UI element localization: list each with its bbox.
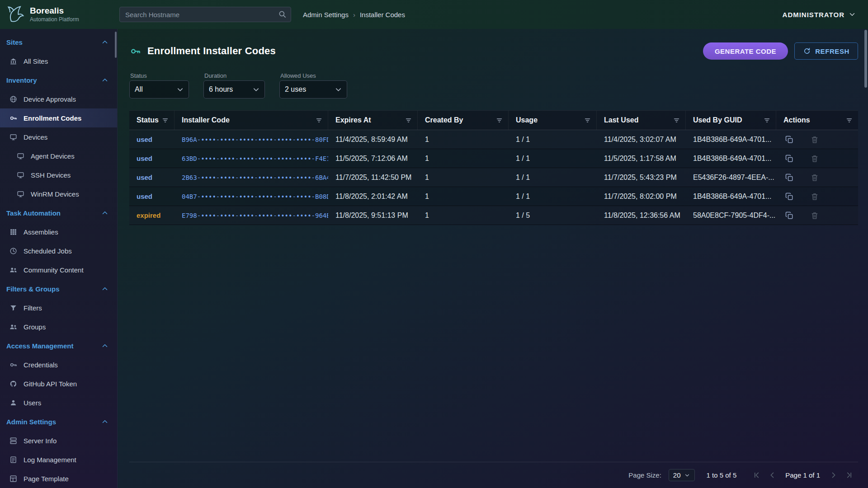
sidebar-item-page-template[interactable]: Page Template	[0, 469, 117, 488]
sidebar-item-scheduled-jobs[interactable]: Scheduled Jobs	[0, 241, 117, 260]
table-row[interactable]: used 04B7-••••-••••-••••-••••-••••-••••-…	[129, 187, 858, 206]
col-actions: Actions	[783, 116, 810, 124]
sidebar-item-assemblies[interactable]: Assemblies	[0, 222, 117, 241]
last-used: 11/7/2025, 5:43:23 PM	[597, 174, 686, 182]
trash-icon	[810, 211, 819, 220]
expires-at: 11/4/2025, 8:59:49 AM	[328, 136, 418, 144]
table-row[interactable]: used 2B63-••••-••••-••••-••••-••••-••••-…	[129, 168, 858, 187]
col-used-by-guid: Used By GUID	[693, 116, 742, 124]
sidebar-section-inventory[interactable]: Inventory	[0, 70, 117, 89]
search-input[interactable]	[119, 7, 291, 22]
brand-subtitle: Automation Platform	[30, 16, 79, 23]
table-row[interactable]: used 63BD-••••-••••-••••-••••-••••-••••-…	[129, 149, 858, 168]
prev-page-button[interactable]	[765, 469, 779, 482]
sidebar-item-server-info[interactable]: Server Info	[0, 431, 117, 450]
sidebar-item-devices[interactable]: Devices	[0, 127, 117, 146]
filter-icon[interactable]	[761, 115, 772, 126]
filter-icon[interactable]	[582, 115, 593, 126]
copy-code-button[interactable]	[783, 134, 795, 145]
sidebar-item-label: All Sites	[24, 57, 48, 65]
next-page-button[interactable]	[826, 469, 840, 482]
copy-code-button[interactable]	[783, 191, 795, 202]
allowed-uses-filter-select[interactable]: 2 uses	[279, 80, 347, 99]
last-used: 11/8/2025, 12:36:56 AM	[597, 211, 686, 220]
sidebar-item-ssh-devices[interactable]: SSH Devices	[0, 165, 117, 184]
filter-icon[interactable]	[160, 115, 170, 126]
sidebar-section-task-automation[interactable]: Task Automation	[0, 203, 117, 222]
next-page-icon	[829, 471, 838, 479]
copy-code-button[interactable]	[783, 153, 795, 164]
filter-icon[interactable]	[844, 115, 854, 126]
sidebar-item-label: GitHub API Token	[24, 380, 77, 388]
sidebar-item-enrollment-codes[interactable]: Enrollment Codes	[0, 108, 117, 127]
monitor-icon	[9, 133, 18, 141]
sidebar-item-github-api-token[interactable]: GitHub API Token	[0, 374, 117, 393]
person-icon	[9, 399, 18, 407]
copy-code-button[interactable]	[783, 210, 795, 221]
sidebar-item-agent-devices[interactable]: Agent Devices	[0, 146, 117, 165]
sidebar-item-label: SSH Devices	[31, 171, 71, 179]
created-by: 1	[418, 211, 509, 220]
sidebar-item-all-sites[interactable]: All Sites	[0, 52, 117, 70]
first-page-button[interactable]	[750, 469, 764, 482]
status-badge: used	[137, 155, 152, 162]
table-row[interactable]: expired E798-••••-••••-••••-••••-••••-••…	[129, 206, 858, 225]
breadcrumb-admin-settings[interactable]: Admin Settings	[303, 11, 349, 19]
sidebar-item-filters[interactable]: Filters	[0, 298, 117, 317]
sidebar-item-groups[interactable]: Groups	[0, 317, 117, 336]
delete-code-button[interactable]	[809, 210, 821, 221]
delete-code-button[interactable]	[809, 153, 821, 164]
search-icon	[278, 10, 287, 19]
last-page-button[interactable]	[842, 469, 855, 482]
sidebar-item-device-approvals[interactable]: Device Approvals	[0, 89, 117, 108]
table-row[interactable]: used B96A-••••-••••-••••-••••-••••-••••-…	[129, 130, 858, 149]
brand: Borealis Automation Platform	[0, 5, 118, 24]
allowed-uses-filter-label: Allowed Uses	[280, 72, 347, 79]
monitor-icon	[16, 171, 25, 179]
sidebar-item-label: Log Management	[24, 456, 76, 464]
sidebar-section-admin-settings[interactable]: Admin Settings	[0, 412, 117, 431]
sidebar-section-sites[interactable]: Sites	[0, 33, 117, 52]
sidebar-section-filters-groups[interactable]: Filters & Groups	[0, 279, 117, 298]
copy-icon	[785, 173, 794, 182]
section-label: Inventory	[6, 76, 37, 84]
github-icon	[9, 380, 18, 388]
sidebar-item-winrm-devices[interactable]: WinRM Devices	[0, 184, 117, 203]
generate-code-button[interactable]: GENERATE CODE	[703, 42, 788, 60]
table-footer: Page Size: 20 1 to 5 of 5 Page 1 of 1	[129, 462, 858, 488]
server-icon	[9, 436, 18, 445]
delete-code-button[interactable]	[809, 172, 821, 183]
chevron-down-icon	[684, 472, 690, 479]
filter-icon[interactable]	[494, 115, 505, 126]
page-size-select[interactable]: 20	[669, 469, 695, 481]
breadcrumb: Admin Settings › Installer Codes	[303, 11, 405, 19]
chevron-down-icon	[848, 10, 856, 19]
sidebar-item-label: Users	[24, 399, 41, 407]
delete-code-button[interactable]	[809, 134, 821, 145]
filter-icon[interactable]	[313, 115, 324, 126]
sidebar-item-credentials[interactable]: Credentials	[0, 355, 117, 374]
window-scrollbar-thumb[interactable]	[864, 30, 867, 88]
copy-code-button[interactable]	[783, 172, 795, 183]
filter-icon[interactable]	[403, 115, 414, 126]
sidebar-item-label: Devices	[24, 133, 47, 141]
sidebar-item-log-management[interactable]: Log Management	[0, 450, 117, 469]
installer-code: B96A-••••-••••-••••-••••-••••-••••-80FD	[175, 136, 328, 143]
delete-code-button[interactable]	[809, 191, 821, 202]
borealis-logo	[5, 5, 25, 24]
sidebar-item-community-content[interactable]: Community Content	[0, 260, 117, 279]
breadcrumb-installer-codes[interactable]: Installer Codes	[360, 11, 405, 19]
refresh-button[interactable]: REFRESH	[794, 42, 858, 60]
user-menu[interactable]: ADMINISTRATOR	[783, 10, 868, 19]
trash-icon	[810, 135, 819, 144]
sidebar-section-access-management[interactable]: Access Management	[0, 336, 117, 355]
duration-filter-select[interactable]: 6 hours	[203, 80, 265, 99]
monitor-icon	[16, 152, 25, 160]
sidebar-scrollbar-thumb[interactable]	[115, 32, 117, 58]
sidebar-item-label: Enrollment Codes	[24, 114, 81, 122]
sidebar-item-users[interactable]: Users	[0, 393, 117, 412]
status-filter-select[interactable]: All	[129, 80, 189, 99]
filter-icon[interactable]	[671, 115, 682, 126]
sidebar: Sites All Sites Inventory Device Approva…	[0, 29, 118, 488]
sidebar-item-label: Assemblies	[24, 228, 58, 236]
